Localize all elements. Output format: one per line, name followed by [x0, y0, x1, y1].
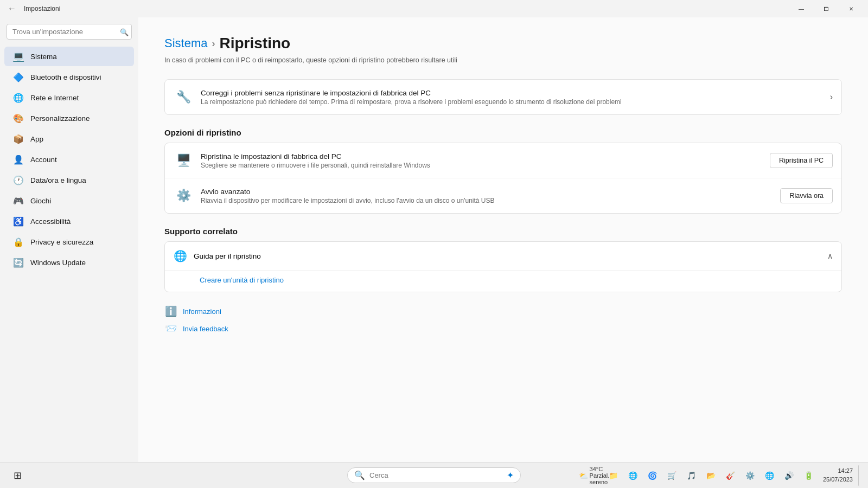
sidebar-label-sistema: Sistema	[30, 53, 57, 61]
taskbar-network-icon[interactable]: 🌐	[761, 467, 778, 484]
taskbar-store-icon[interactable]: 🛒	[663, 467, 681, 484]
weather-icon: ⛅	[579, 471, 588, 480]
privacy-icon: 🔒	[13, 236, 24, 247]
sidebar-item-rete[interactable]: 🌐 Rete e Internet	[4, 88, 134, 107]
sidebar-label-bluetooth: Bluetooth e dispositivi	[30, 73, 101, 81]
breadcrumb-parent[interactable]: Sistema	[164, 36, 207, 50]
restore-factory-icon: 🖥️	[174, 151, 193, 170]
support-header-title: Guida per il ripristino	[194, 252, 821, 260]
sidebar-label-rete: Rete e Internet	[30, 94, 79, 102]
taskbar-clock[interactable]: 14:27 25/07/2023	[820, 467, 856, 484]
support-header[interactable]: 🌐 Guida per il ripristino ∧	[165, 242, 841, 271]
cortana-icon: ✦	[507, 470, 514, 480]
sidebar-item-bluetooth[interactable]: 🔷 Bluetooth e dispositivi	[4, 67, 134, 87]
close-button[interactable]: ✕	[839, 0, 864, 17]
show-desktop-button[interactable]	[858, 465, 861, 486]
restore-factory-title: Ripristina le impostazioni di fabbrica d…	[201, 152, 762, 160]
taskbar: ⊞ 🔍 ✦ ⛅ 34°CParzial. sereno 📁 🌐 🌀 🛒 🎵 📂 …	[0, 462, 868, 488]
sidebar-label-privacy: Privacy e sicurezza	[30, 238, 93, 246]
clock-time: 14:27	[823, 467, 853, 475]
restore-factory-button[interactable]: Ripristina il PC	[770, 153, 833, 168]
taskbar-photos-icon[interactable]: 🎸	[722, 467, 739, 484]
search-box[interactable]: 🔍	[7, 24, 132, 40]
taskbar-weather[interactable]: ⛅ 34°CParzial. sereno	[585, 467, 603, 484]
taskbar-explorer-icon[interactable]: 📂	[703, 467, 720, 484]
sidebar-item-accessibilita[interactable]: ♿ Accessibilità	[4, 211, 134, 231]
sidebar-item-sistema[interactable]: 💻 Sistema	[4, 47, 134, 66]
back-button[interactable]: ←	[4, 2, 20, 16]
taskbar-search-box[interactable]: 🔍 ✦	[347, 467, 521, 483]
footer-link-informazioni[interactable]: ℹ️ Informazioni	[164, 305, 221, 317]
support-link[interactable]: Creare un'unità di ripristino	[200, 276, 833, 284]
sidebar-label-account: Account	[30, 156, 57, 164]
fix-card-text: Correggi i problemi senza ripristinare l…	[201, 89, 824, 106]
search-input[interactable]	[7, 24, 132, 40]
sidebar-label-data: Data/ora e lingua	[30, 176, 86, 184]
taskbar-sound-icon[interactable]: 🔊	[781, 467, 798, 484]
page-subtitle: In caso di problemi con il PC o di reimp…	[164, 56, 842, 64]
sidebar-item-account[interactable]: 👤 Account	[4, 150, 134, 169]
restore-factory-row: 🖥️ Ripristina le impostazioni di fabbric…	[165, 143, 841, 178]
advanced-boot-text: Avvio avanzato Riavvia il dispositivo pe…	[201, 188, 773, 204]
accessibilita-icon: ♿	[13, 216, 24, 227]
account-icon: 👤	[13, 154, 24, 165]
window-body: 🔍 💻 Sistema 🔷 Bluetooth e dispositivi 🌐 …	[0, 17, 868, 462]
titlebar: ← Impostazioni — ⧠ ✕	[0, 0, 868, 17]
taskbar-center: 🔍 ✦	[347, 467, 521, 483]
footer-link-feedback-label: Invia feedback	[183, 325, 228, 333]
maximize-button[interactable]: ⧠	[814, 0, 839, 17]
personalizzazione-icon: 🎨	[13, 113, 24, 124]
fix-card-icon: 🔧	[174, 87, 193, 107]
sidebar-item-app[interactable]: 📦 App	[4, 129, 134, 149]
rete-icon: 🌐	[13, 92, 24, 103]
taskbar-browser-icon[interactable]: 🌐	[624, 467, 642, 484]
taskbar-right: ⛅ 34°CParzial. sereno 📁 🌐 🌀 🛒 🎵 📂 🎸 ⚙️ 🌐…	[585, 465, 861, 486]
sidebar-label-winupdate: Windows Update	[30, 259, 86, 267]
taskbar-battery-icon[interactable]: 🔋	[800, 467, 818, 484]
taskbar-search-input[interactable]	[369, 471, 502, 479]
sidebar-item-winupdate[interactable]: 🔄 Windows Update	[4, 253, 134, 272]
advanced-boot-button[interactable]: Riavvia ora	[780, 188, 833, 203]
search-icon[interactable]: 🔍	[120, 28, 129, 36]
footer-links: ℹ️ Informazioni 📨 Invia feedback	[164, 305, 842, 335]
breadcrumb-separator: ›	[212, 38, 215, 49]
start-button[interactable]: ⊞	[7, 465, 28, 486]
support-chevron-icon: ∧	[827, 252, 833, 260]
titlebar-left: ← Impostazioni	[4, 2, 60, 16]
feedback-icon: 📨	[164, 323, 177, 335]
sidebar-item-privacy[interactable]: 🔒 Privacy e sicurezza	[4, 232, 134, 252]
restore-factory-text: Ripristina le impostazioni di fabbrica d…	[201, 152, 762, 169]
sidebar-label-app: App	[30, 135, 43, 143]
taskbar-files-icon[interactable]: 📁	[605, 467, 622, 484]
breadcrumb: Sistema › Ripristino	[164, 35, 842, 52]
sidebar-label-giochi: Giochi	[30, 197, 51, 205]
clock-date: 25/07/2023	[823, 476, 853, 484]
taskbar-settings-icon[interactable]: ⚙️	[742, 467, 759, 484]
app-icon: 📦	[13, 133, 24, 144]
support-body: Creare un'unità di ripristino	[165, 271, 841, 292]
fix-card[interactable]: 🔧 Correggi i problemi senza ripristinare…	[164, 79, 842, 115]
taskbar-music-icon[interactable]: 🎵	[683, 467, 700, 484]
support-globe-icon: 🌐	[174, 249, 187, 262]
advanced-boot-title: Avvio avanzato	[201, 188, 773, 196]
advanced-boot-icon: ⚙️	[174, 186, 193, 206]
fix-card-title: Correggi i problemi senza ripristinare l…	[201, 89, 824, 97]
sidebar-item-giochi[interactable]: 🎮 Giochi	[4, 191, 134, 210]
sidebar-item-personalizzazione[interactable]: 🎨 Personalizzazione	[4, 108, 134, 128]
minimize-button[interactable]: —	[789, 0, 814, 17]
taskbar-edge-icon[interactable]: 🌀	[644, 467, 661, 484]
advanced-boot-row: ⚙️ Avvio avanzato Riavvia il dispositivo…	[165, 178, 841, 213]
footer-link-feedback[interactable]: 📨 Invia feedback	[164, 323, 228, 335]
advanced-boot-desc: Riavvia il dispositivo per modificare le…	[201, 197, 773, 204]
footer-link-informazioni-label: Informazioni	[183, 307, 221, 316]
sidebar-item-data[interactable]: 🕐 Data/ora e lingua	[4, 170, 134, 190]
bluetooth-icon: 🔷	[13, 72, 24, 82]
titlebar-controls: — ⧠ ✕	[789, 0, 864, 17]
data-icon: 🕐	[13, 175, 24, 185]
support-heading: Supporto correlato	[164, 227, 842, 236]
sidebar-label-personalizzazione: Personalizzazione	[30, 114, 90, 123]
fix-card-desc: La reimpostazione può richiedere del tem…	[201, 98, 824, 106]
restore-options-heading: Opzioni di ripristino	[164, 128, 842, 137]
titlebar-title: Impostazioni	[24, 5, 60, 12]
support-group: 🌐 Guida per il ripristino ∧ Creare un'un…	[164, 241, 842, 292]
